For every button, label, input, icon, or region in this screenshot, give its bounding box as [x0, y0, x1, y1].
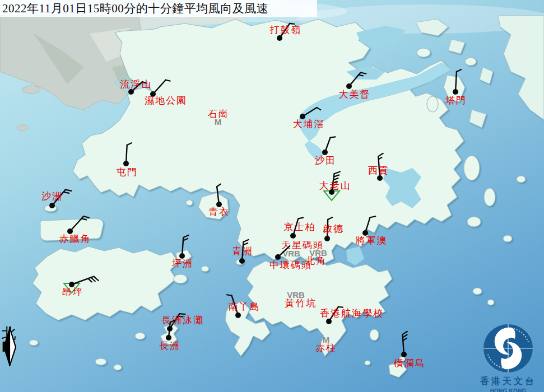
- wind-barb-shaft: [153, 80, 166, 94]
- wind-barb-tick: [66, 190, 72, 191]
- wind-barb-tick: [457, 69, 461, 72]
- station-將軍澳: 將軍澳: [356, 216, 388, 246]
- station-橫瀾島: 橫瀾島: [394, 332, 426, 368]
- station-屯門: 屯門: [117, 143, 138, 178]
- station-青衣: 青衣: [208, 184, 230, 217]
- north-arrow-icon: [2, 326, 17, 367]
- station-沙田: 沙田: [315, 137, 336, 165]
- station-南丫島: 南丫島: [227, 295, 261, 318]
- station-label: 坪洲: [172, 258, 193, 269]
- north-compass: 北 N: [2, 326, 21, 353]
- wind-barb-tick: [81, 218, 86, 220]
- station-dot: [324, 236, 330, 241]
- station-坪洲: 坪洲: [172, 235, 193, 269]
- wind-barb-tick: [334, 172, 340, 174]
- station-赤柱: M赤柱: [315, 335, 337, 353]
- station-label: 西貢: [368, 165, 389, 176]
- station-長洲泳灘: 長洲泳灘: [161, 314, 204, 332]
- wind-barb-tick: [290, 24, 294, 24]
- station-dot: [239, 258, 245, 264]
- station-流浮山: 流浮山: [120, 79, 152, 95]
- wind-barb-tick: [127, 143, 132, 145]
- station-dot: [377, 175, 383, 181]
- station-label: 打鼓嶺: [269, 25, 302, 35]
- station-label: 大埔滘: [293, 119, 325, 129]
- wind-barb-tick: [63, 192, 69, 193]
- station-label: 橫瀾島: [394, 358, 426, 368]
- station-label: 大美督: [339, 89, 371, 100]
- station-label: 沙洲: [41, 191, 63, 202]
- station-dot: [322, 150, 328, 155]
- hko-logo-block: 香港天文台 HONG KONG OBSERVATORY: [475, 323, 541, 392]
- wind-barb-tick: [317, 108, 320, 110]
- station-京士柏: 京士柏: [284, 218, 316, 239]
- station-塔門: 塔門: [445, 69, 467, 106]
- station-label: 屯門: [117, 167, 138, 178]
- station-石崗: M石崗: [208, 109, 229, 127]
- wind-barb-tick: [166, 80, 170, 81]
- wind-map-screen: 打鼓嶺流浮山濕地公園M石崗大美督塔門大埔滘屯門沙田西貢沙洲大老山青衣京士柏啟德將…: [0, 0, 544, 392]
- wind-barb-tick: [243, 240, 248, 242]
- station-大美督: 大美督: [339, 72, 371, 99]
- station-dot: [49, 203, 55, 208]
- station-青洲: 青洲: [232, 240, 253, 264]
- title-bar: 2022年11月01日15時00分的十分鐘平均風向及風速: [0, 0, 317, 17]
- station-dot: [401, 352, 407, 357]
- hko-logo-icon: [481, 323, 535, 375]
- station-dot: [453, 89, 458, 95]
- station-label: 青洲: [232, 246, 253, 256]
- station-label: 石崗: [208, 109, 229, 119]
- station-赤鱲角: 赤鱲角: [59, 216, 91, 244]
- wind-barb-tick: [91, 278, 95, 282]
- station-label: 流浮山: [120, 79, 152, 90]
- wind-barb-shaft: [455, 72, 457, 92]
- station-沙洲: 沙洲: [41, 190, 72, 208]
- hko-name-chinese: 香港天文台: [475, 376, 541, 388]
- wind-barb-tick: [328, 217, 332, 220]
- wind-barb-tick: [370, 216, 375, 217]
- station-label: 南丫島: [229, 301, 261, 312]
- wind-barb-tick: [331, 137, 336, 137]
- station-dot: [166, 335, 171, 340]
- wind-barb-tick: [402, 332, 407, 334]
- station-label: 沙田: [315, 155, 336, 166]
- station-label: 昂坪: [62, 287, 83, 297]
- station-啟德: 啟德: [323, 217, 344, 241]
- station-大老山: 大老山: [319, 172, 351, 200]
- station-label: 長洲: [159, 340, 180, 351]
- station-label: 赤柱: [315, 343, 337, 353]
- station-dot: [346, 83, 352, 89]
- station-昂坪: 昂坪: [62, 277, 99, 297]
- wind-barb-tick: [361, 72, 366, 73]
- station-label: 中環碼頭: [269, 260, 312, 270]
- station-西貢: 西貢: [368, 153, 389, 181]
- wind-barb-tick: [217, 184, 221, 187]
- wind-barb-tick: [338, 307, 343, 307]
- station-label: 塔門: [445, 95, 467, 106]
- station-label: 黃竹坑: [285, 298, 317, 309]
- wind-barb-tick: [227, 295, 232, 296]
- hko-name-english: HONG KONG OBSERVATORY: [475, 388, 541, 392]
- station-dot: [290, 233, 296, 239]
- wind-barb-tick: [83, 216, 89, 217]
- station-label: 濕地公園: [145, 95, 187, 106]
- station-香港航海學校: 香港航海學校: [320, 307, 384, 324]
- wind-barb-tick: [403, 335, 407, 338]
- wind-barb-tick: [378, 153, 383, 156]
- station-label: 長洲泳灘: [161, 315, 204, 325]
- station-label: 赤鱲角: [59, 234, 91, 244]
- wind-barb-tick: [179, 314, 185, 314]
- map-title: 2022年11月01日15時00分的十分鐘平均風向及風速: [2, 1, 268, 16]
- station-label: 青衣: [208, 207, 230, 217]
- station-dot: [277, 35, 282, 41]
- station-dot: [123, 161, 129, 166]
- station-黃竹坑: VRB黃竹坑: [285, 290, 317, 309]
- wind-barb-tick: [359, 75, 363, 76]
- station-大埔滘: 大埔滘: [293, 108, 325, 129]
- wind-barb-tick: [183, 235, 188, 237]
- station-label: 將軍澳: [356, 235, 388, 246]
- wind-barb-tick: [298, 218, 303, 219]
- station-dot: [128, 89, 134, 95]
- wind-barb-tick: [88, 278, 92, 282]
- station-label: 京士柏: [284, 222, 316, 232]
